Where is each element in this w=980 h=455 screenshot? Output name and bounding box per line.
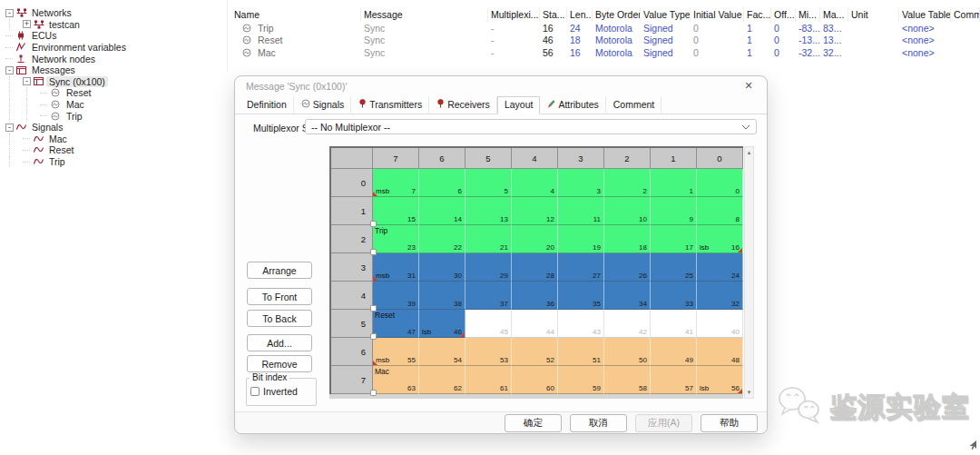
bit-cell-21[interactable]: 21 xyxy=(466,225,512,253)
scroll-down-icon[interactable]: ▼ xyxy=(745,388,753,397)
bit-cell-4[interactable]: 4 xyxy=(512,169,558,197)
tree-item-messages[interactable]: -Messages xyxy=(5,64,225,76)
collapse-icon[interactable]: - xyxy=(23,77,31,85)
bit-cell-3[interactable]: 3 xyxy=(558,169,604,197)
tree-item-networks[interactable]: -Networks xyxy=(5,7,225,19)
bit-cell-27[interactable]: 27 xyxy=(558,253,604,282)
bit-cell-60[interactable]: 60 xyxy=(512,366,558,394)
tree-item-trip[interactable]: Trip xyxy=(5,110,225,122)
column-header-multiplexi[interactable]: Multiplexi... xyxy=(488,7,540,22)
column-header-mi[interactable]: Mi... xyxy=(796,7,820,22)
tab-attributes[interactable]: Attributes xyxy=(540,96,605,114)
bit-cell-7[interactable]: msb7 xyxy=(373,169,419,197)
collapse-icon[interactable]: - xyxy=(5,9,14,17)
to-front-button[interactable]: To Front xyxy=(247,288,312,305)
add-button[interactable]: Add... xyxy=(247,334,312,351)
resize-handle[interactable] xyxy=(370,333,377,340)
tab-definition[interactable]: Definition xyxy=(240,96,294,114)
tree-item-network-nodes[interactable]: Network nodes xyxy=(5,53,225,64)
resize-handle[interactable] xyxy=(370,221,377,227)
column-header-message[interactable]: Message xyxy=(361,7,488,22)
resize-handle[interactable] xyxy=(370,305,377,312)
bit-cell-41[interactable]: 41 xyxy=(651,310,697,338)
column-header-sta[interactable]: Sta... xyxy=(540,7,567,22)
bit-cell-1[interactable]: 1 xyxy=(651,169,697,197)
multiplexor-select[interactable]: -- No Multiplexor -- xyxy=(305,119,757,134)
bit-cell-6[interactable]: 6 xyxy=(419,169,466,197)
bit-cell-53[interactable]: 53 xyxy=(466,338,512,366)
column-header-byte-order[interactable]: Byte Order xyxy=(593,7,641,22)
remove-button[interactable]: Remove xyxy=(247,355,312,372)
bit-cell-58[interactable]: 58 xyxy=(604,366,651,394)
bit-cell-42[interactable]: 42 xyxy=(604,310,651,338)
resize-handle[interactable] xyxy=(370,249,377,255)
tab-layout[interactable]: Layout xyxy=(497,96,541,114)
tab-comment[interactable]: Comment xyxy=(606,96,662,114)
bit-cell-11[interactable]: 11 xyxy=(558,197,604,225)
column-header-comm[interactable]: Comm xyxy=(951,7,980,22)
cancel-button[interactable]: 取消 xyxy=(570,414,627,432)
column-header-value-table[interactable]: Value Table xyxy=(899,7,951,22)
bit-cell-26[interactable]: 26 xyxy=(604,253,651,282)
bit-cell-32[interactable]: 32 xyxy=(697,282,743,310)
bit-cell-29[interactable]: 29 xyxy=(466,253,512,282)
collapse-icon[interactable]: - xyxy=(5,124,14,132)
bit-cell-16[interactable]: lsb16 xyxy=(697,225,743,253)
tree-item-environment-variables[interactable]: Environment variables xyxy=(5,42,225,54)
bit-cell-14[interactable]: 14 xyxy=(419,197,466,225)
bit-cell-28[interactable]: 28 xyxy=(512,253,558,282)
bit-cell-19[interactable]: 19 xyxy=(558,225,604,253)
table-row-trip[interactable]: TripSync-1624MotorolaSigned010-83...83..… xyxy=(231,22,980,35)
bit-cell-57[interactable]: 57 xyxy=(651,366,697,394)
bit-cell-44[interactable]: 44 xyxy=(512,310,558,338)
to-back-button[interactable]: To Back xyxy=(247,310,312,327)
tree-item-ecus[interactable]: ECUs xyxy=(5,30,225,42)
bit-cell-52[interactable]: 52 xyxy=(512,338,558,366)
tree-item-mac[interactable]: Mac xyxy=(5,99,225,111)
bit-cell-49[interactable]: 49 xyxy=(651,338,697,366)
arrange-button[interactable]: Arrange xyxy=(247,262,312,279)
column-header-value-type[interactable]: Value Type xyxy=(641,7,691,22)
bit-cell-2[interactable]: 2 xyxy=(604,169,651,197)
bit-cell-40[interactable]: 40 xyxy=(697,310,743,338)
bit-cell-24[interactable]: 24 xyxy=(697,253,743,282)
table-row-reset[interactable]: ResetSync-4618MotorolaSigned010-13...13.… xyxy=(231,35,980,47)
bit-cell-18[interactable]: 18 xyxy=(604,225,651,253)
bit-cell-8[interactable]: 8 xyxy=(697,197,743,225)
close-icon[interactable]: ✕ xyxy=(741,80,756,92)
resize-handle[interactable] xyxy=(370,390,377,396)
tree-item-signals[interactable]: -Signals xyxy=(5,122,225,134)
expand-icon[interactable]: + xyxy=(23,20,31,28)
tree-item-mac[interactable]: Mac xyxy=(5,134,225,145)
bit-cell-48[interactable]: 48 xyxy=(697,338,743,366)
bit-cell-25[interactable]: 25 xyxy=(651,253,697,282)
column-header-ma[interactable]: Ma... xyxy=(820,7,848,22)
column-header-off[interactable]: Off... xyxy=(771,7,796,22)
collapse-icon[interactable]: - xyxy=(5,66,14,74)
column-header-len[interactable]: Len... xyxy=(567,7,593,22)
bit-cell-51[interactable]: 51 xyxy=(558,338,604,366)
column-header-initial-value[interactable]: Initial Value xyxy=(691,7,744,22)
bit-cell-62[interactable]: 62 xyxy=(419,366,466,394)
tab-receivers[interactable]: Receivers xyxy=(429,96,497,114)
bit-cell-43[interactable]: 43 xyxy=(558,310,604,338)
bit-cell-34[interactable]: 34 xyxy=(604,282,651,310)
bit-cell-35[interactable]: 35 xyxy=(558,282,604,310)
tree-item-sync-0x100[interactable]: -Sync (0x100) xyxy=(5,76,225,88)
bit-cell-45[interactable]: 45 xyxy=(466,310,512,338)
bit-cell-0[interactable]: 0 xyxy=(697,169,743,197)
ok-button[interactable]: 确定 xyxy=(505,414,562,432)
bit-cell-17[interactable]: 17 xyxy=(651,225,697,253)
bit-cell-31[interactable]: msb31 xyxy=(373,253,419,282)
tree-item-trip[interactable]: Trip xyxy=(5,156,225,168)
column-header-name[interactable]: Name xyxy=(231,7,361,22)
bit-cell-47[interactable]: Reset47 xyxy=(373,310,419,338)
tree-item-reset[interactable]: Reset xyxy=(5,144,225,156)
tree-item-testcan[interactable]: +testcan xyxy=(5,19,225,31)
grid-vertical-scrollbar[interactable]: ▲ ▼ xyxy=(744,146,754,399)
column-header-fac[interactable]: Fac... xyxy=(744,7,771,22)
bit-cell-39[interactable]: 39 xyxy=(373,282,419,310)
bit-cell-33[interactable]: 33 xyxy=(651,282,697,310)
tab-signals[interactable]: Signals xyxy=(294,96,351,114)
bit-cell-61[interactable]: 61 xyxy=(466,366,512,394)
